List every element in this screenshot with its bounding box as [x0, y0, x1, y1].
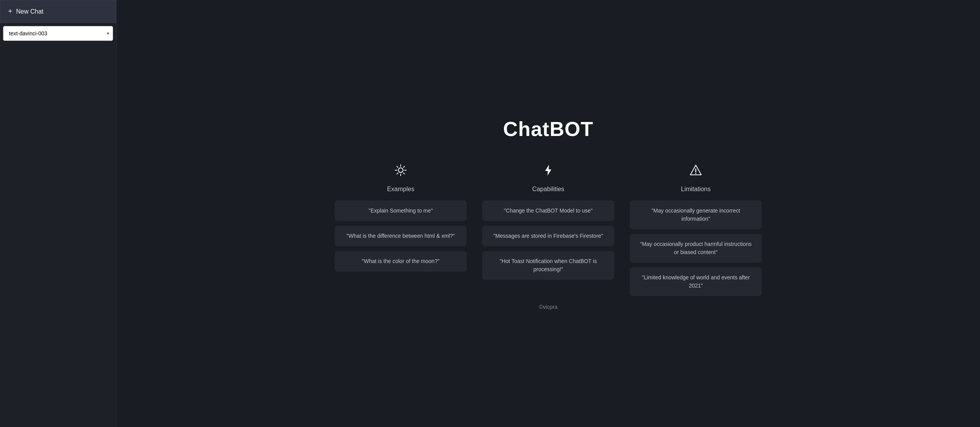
capability-card-1[interactable]: "Change the ChatBOT Model to use": [482, 200, 614, 221]
svg-line-6: [403, 173, 405, 174]
capability-card-3[interactable]: "Hot Toast Notification when ChatBOT is …: [482, 251, 614, 280]
new-chat-button[interactable]: + New Chat: [0, 0, 116, 23]
limitation-card-1[interactable]: "May occasionally generate incorrect inf…: [630, 200, 762, 229]
model-selector[interactable]: text-davinci-003 gpt-3.5-turbo gpt-4: [3, 26, 113, 41]
svg-line-8: [397, 173, 398, 174]
example-card-1[interactable]: "Explain Something to me": [335, 200, 467, 221]
new-chat-label: New Chat: [16, 8, 43, 15]
limitations-column: Limitations "May occasionally generate i…: [630, 164, 762, 296]
sun-icon: [394, 164, 407, 180]
warning-icon: [690, 164, 702, 180]
model-selector-wrapper: text-davinci-003 gpt-3.5-turbo gpt-4 ▾: [3, 26, 113, 41]
plus-icon: +: [8, 7, 12, 16]
copyright: ©vicpra: [539, 304, 558, 310]
limitations-title: Limitations: [681, 186, 711, 193]
limitation-card-3[interactable]: "Limited knowledge of world and events a…: [630, 267, 762, 296]
svg-line-5: [397, 166, 398, 167]
svg-line-7: [403, 166, 405, 167]
features-grid: Examples "Explain Something to me" "What…: [335, 164, 762, 296]
bolt-icon: [542, 164, 554, 180]
main-content: ChatBOT Examples "Explain Something to m…: [116, 0, 980, 427]
capabilities-title: Capabilities: [532, 186, 565, 193]
capability-card-2[interactable]: "Messages are stored in Firebase's Fires…: [482, 226, 614, 246]
sidebar: + New Chat text-davinci-003 gpt-3.5-turb…: [0, 0, 116, 427]
example-card-3[interactable]: "What is the color of the moon?": [335, 251, 467, 272]
svg-point-12: [695, 173, 697, 174]
svg-marker-9: [545, 165, 551, 176]
svg-point-0: [398, 168, 403, 173]
example-card-2[interactable]: "What is the difference between html & x…: [335, 226, 467, 246]
examples-column: Examples "Explain Something to me" "What…: [335, 164, 467, 272]
app-title: ChatBOT: [503, 117, 593, 141]
examples-title: Examples: [387, 186, 414, 193]
capabilities-column: Capabilities "Change the ChatBOT Model t…: [482, 164, 614, 280]
limitation-card-2[interactable]: "May occasionally product harmful instru…: [630, 234, 762, 263]
